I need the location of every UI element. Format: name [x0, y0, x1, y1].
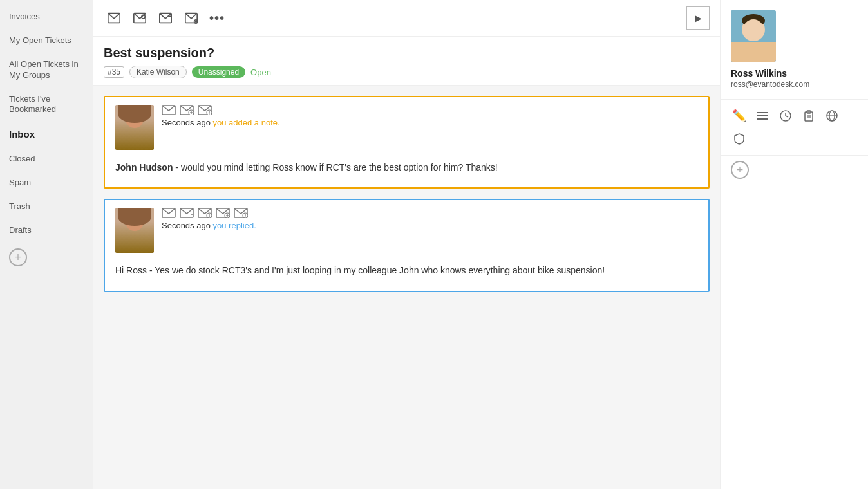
reply-envelope-icon-4[interactable] [216, 208, 230, 218]
sidebar-item-trash[interactable]: Trash [0, 195, 93, 219]
message-note-time: Seconds ago you added a note. [162, 118, 280, 127]
reply-envelope-icon-2[interactable] [180, 208, 194, 218]
message-reply: Seconds ago you replied. Hi Ross - Yes w… [104, 199, 710, 291]
right-panel: Ross Wilkins ross@evantodesk.com ✏️ + [720, 0, 868, 489]
ticket-number-badge: #35 [104, 66, 124, 78]
reply-envelope-icon-5[interactable] [234, 208, 248, 218]
sidebar-item-my-open-tickets[interactable]: My Open Tickets [0, 29, 93, 53]
message-reply-icons [162, 208, 256, 218]
message-note-icons [162, 105, 280, 115]
svg-point-31 [245, 217, 245, 217]
reply-icon[interactable] [104, 8, 124, 28]
sidebar-item-bookmarked[interactable]: Tickets I've Bookmarked [0, 88, 93, 122]
ticket-unassigned-badge[interactable]: Unassigned [192, 66, 245, 78]
message-note-action: you added a note. [213, 118, 280, 127]
add-circle-icon[interactable]: + [9, 248, 27, 266]
svg-rect-40 [757, 118, 768, 120]
clipboard-icon[interactable] [800, 107, 817, 124]
envelope-icon-3[interactable] [198, 105, 212, 115]
svg-line-43 [786, 116, 788, 117]
contact-actions: ✏️ [721, 100, 868, 156]
avatar-note [115, 105, 154, 150]
svg-point-36 [748, 27, 751, 30]
clock-icon[interactable] [777, 107, 794, 124]
ticket-title: Best suspension? [104, 46, 710, 60]
toolbar: ••• ▶ [93, 0, 720, 37]
ticket-status-open: Open [250, 68, 271, 77]
sidebar-item-closed[interactable]: Closed [0, 147, 93, 171]
ticket-meta: #35 Katie Wilson Unassigned Open [104, 66, 710, 78]
forward-icon[interactable] [155, 8, 176, 28]
sidebar-item-invoices[interactable]: Invoices [0, 5, 93, 29]
svg-point-35 [739, 50, 768, 62]
message-reply-action: you replied. [213, 221, 256, 230]
play-button[interactable]: ▶ [686, 6, 710, 30]
sidebar: Invoices My Open Tickets All Open Ticket… [0, 0, 93, 489]
message-note-top: Seconds ago you added a note. [105, 97, 708, 155]
message-note-header: Seconds ago you added a note. [162, 105, 280, 127]
svg-point-34 [742, 14, 765, 27]
message-reply-body: Hi Ross - Yes we do stock RCT3's and I'm… [105, 258, 708, 290]
reply-envelope-icon-1[interactable] [162, 208, 176, 218]
reply-envelope-icon-3[interactable] [198, 208, 212, 218]
main-content: ••• ▶ Best suspension? #35 Katie Wilson … [93, 0, 720, 489]
add-action-button[interactable]: + [731, 161, 749, 179]
sidebar-item-drafts[interactable]: Drafts [0, 219, 93, 243]
envelope-icon-2[interactable] [180, 105, 194, 115]
contact-card: Ross Wilkins ross@evantodesk.com [721, 0, 868, 100]
shield-icon[interactable] [731, 131, 748, 147]
sidebar-item-inbox[interactable]: Inbox [0, 122, 93, 147]
avatar-reply [115, 208, 154, 253]
ticket-header: Best suspension? #35 Katie Wilson Unassi… [93, 37, 720, 86]
svg-rect-38 [757, 112, 768, 113]
message-reply-time: Seconds ago you replied. [162, 221, 256, 230]
contact-name: Ross Wilkins [731, 68, 858, 78]
svg-point-37 [756, 27, 759, 30]
contact-email: ross@evantodesk.com [731, 80, 858, 89]
sidebar-add-button[interactable]: + [0, 242, 93, 273]
contact-avatar [731, 10, 776, 62]
message-reply-header: Seconds ago you replied. [162, 208, 256, 230]
message-reply-top: Seconds ago you replied. [105, 200, 708, 258]
edit-icon[interactable]: ✏️ [731, 107, 748, 124]
svg-point-17 [209, 113, 210, 115]
envelope-icon-1[interactable] [162, 105, 176, 115]
messages-area: Seconds ago you added a note. John Hudso… [93, 86, 720, 489]
svg-rect-39 [757, 115, 768, 116]
reply-all-icon[interactable] [129, 8, 150, 28]
more-options-icon[interactable]: ••• [209, 11, 225, 26]
sidebar-item-all-open-tickets[interactable]: All Open Tickets in My Groups [0, 53, 93, 88]
compose-icon[interactable] [181, 8, 202, 28]
globe-icon[interactable] [824, 107, 840, 124]
message-note-body: John Hudson - would you mind letting Ros… [105, 155, 708, 187]
list-icon[interactable] [754, 107, 771, 124]
message-note: Seconds ago you added a note. John Hudso… [104, 96, 710, 189]
ticket-person-badge[interactable]: Katie Wilson [129, 66, 187, 78]
sidebar-item-spam[interactable]: Spam [0, 171, 93, 195]
